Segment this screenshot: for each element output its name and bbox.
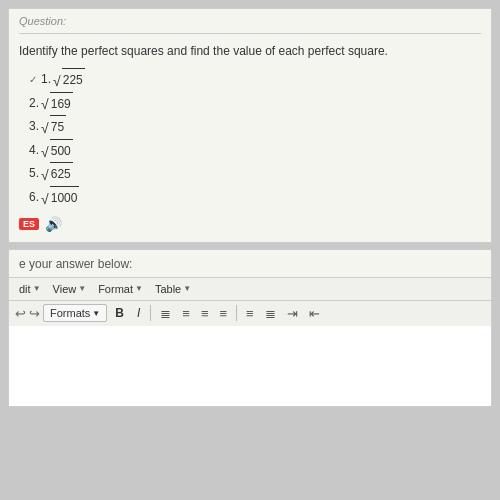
chevron-down-icon: ▼ bbox=[183, 284, 191, 293]
chevron-down-icon: ▼ bbox=[78, 284, 86, 293]
align-right-button[interactable]: ≡ bbox=[197, 304, 213, 323]
separator bbox=[150, 305, 151, 321]
sqrt-expr: √ 500 bbox=[41, 139, 73, 163]
math-list: ✓ 1. √ 225 2. √ 169 3. √ 75 bbox=[19, 68, 481, 210]
sqrt-symbol: √ bbox=[41, 192, 49, 206]
menu-item-table[interactable]: Table ▼ bbox=[151, 281, 195, 297]
sqrt-symbol: √ bbox=[41, 168, 49, 182]
sqrt-value: 500 bbox=[50, 139, 73, 163]
sqrt-symbol: √ bbox=[41, 121, 49, 135]
check-mark: ✓ bbox=[29, 71, 37, 89]
chevron-down-icon: ▼ bbox=[92, 309, 100, 318]
align-center-button[interactable]: ≡ bbox=[178, 304, 194, 323]
sqrt-expr: √ 1000 bbox=[41, 186, 79, 210]
italic-button[interactable]: I bbox=[132, 304, 145, 322]
list-item: 2. √ 169 bbox=[29, 92, 481, 116]
format-label: Format bbox=[98, 283, 133, 295]
question-divider bbox=[19, 33, 481, 34]
italic-label: I bbox=[137, 306, 140, 320]
item-number: 4. bbox=[29, 140, 39, 162]
list-item: 6. √ 1000 bbox=[29, 186, 481, 210]
editor-area[interactable] bbox=[9, 326, 491, 406]
bullet-list-icon: ≡ bbox=[246, 306, 254, 321]
sqrt-expr: √ 225 bbox=[53, 68, 85, 92]
chevron-down-icon: ▼ bbox=[135, 284, 143, 293]
justify-icon: ≡ bbox=[219, 306, 227, 321]
item-number: 6. bbox=[29, 187, 39, 209]
sqrt-symbol: √ bbox=[53, 74, 61, 88]
formats-label: Formats bbox=[50, 307, 90, 319]
question-panel: Question: Identify the perfect squares a… bbox=[8, 8, 492, 243]
sqrt-value: 625 bbox=[50, 162, 73, 186]
toolbar-container: dit ▼ View ▼ Format ▼ Table ▼ ↩ ↪ Format… bbox=[8, 278, 492, 407]
bullet-list-button[interactable]: ≡ bbox=[242, 304, 258, 323]
icon-row: ES 🔊 bbox=[19, 216, 481, 232]
table-label: Table bbox=[155, 283, 181, 295]
menu-item-edit[interactable]: dit ▼ bbox=[15, 281, 45, 297]
undo-icon[interactable]: ↩ bbox=[15, 306, 26, 321]
question-text: Identify the perfect squares and find th… bbox=[19, 42, 481, 60]
menu-item-format[interactable]: Format ▼ bbox=[94, 281, 147, 297]
ordered-list-icon: ≣ bbox=[265, 306, 276, 321]
page-container: Question: Identify the perfect squares a… bbox=[0, 0, 500, 500]
item-number: 5. bbox=[29, 163, 39, 185]
sqrt-expr: √ 169 bbox=[41, 92, 73, 116]
align-left-icon: ≣ bbox=[160, 306, 171, 321]
sqrt-value: 1000 bbox=[50, 186, 80, 210]
redo-icon[interactable]: ↪ bbox=[29, 306, 40, 321]
item-number: 1. bbox=[41, 69, 51, 91]
indent-icon: ⇥ bbox=[287, 306, 298, 321]
sqrt-value: 169 bbox=[50, 92, 73, 116]
sqrt-expr: √ 625 bbox=[41, 162, 73, 186]
bold-button[interactable]: B bbox=[110, 304, 129, 322]
speaker-icon[interactable]: 🔊 bbox=[45, 216, 62, 232]
sqrt-expr: √ 75 bbox=[41, 115, 66, 139]
bold-label: B bbox=[115, 306, 124, 320]
view-label: View bbox=[53, 283, 77, 295]
indent-button[interactable]: ⇥ bbox=[283, 304, 302, 323]
es-badge[interactable]: ES bbox=[19, 218, 39, 230]
menu-item-view[interactable]: View ▼ bbox=[49, 281, 91, 297]
item-number: 2. bbox=[29, 93, 39, 115]
answer-area: e your answer below: bbox=[8, 249, 492, 278]
answer-label: e your answer below: bbox=[19, 257, 132, 271]
align-right-icon: ≡ bbox=[201, 306, 209, 321]
sqrt-value: 75 bbox=[50, 115, 66, 139]
formats-button[interactable]: Formats ▼ bbox=[43, 304, 107, 322]
list-item: ✓ 1. √ 225 bbox=[29, 68, 481, 92]
list-item: 4. √ 500 bbox=[29, 139, 481, 163]
outdent-icon: ⇤ bbox=[309, 306, 320, 321]
sqrt-symbol: √ bbox=[41, 145, 49, 159]
chevron-down-icon: ▼ bbox=[33, 284, 41, 293]
edit-label: dit bbox=[19, 283, 31, 295]
separator bbox=[236, 305, 237, 321]
sqrt-symbol: √ bbox=[41, 97, 49, 111]
sqrt-value: 225 bbox=[62, 68, 85, 92]
formatting-bar: ↩ ↪ Formats ▼ B I ≣ ≡ ≡ ≡ bbox=[9, 301, 491, 326]
menu-bar: dit ▼ View ▼ Format ▼ Table ▼ bbox=[9, 278, 491, 301]
list-item: 5. √ 625 bbox=[29, 162, 481, 186]
item-number: 3. bbox=[29, 116, 39, 138]
justify-button[interactable]: ≡ bbox=[215, 304, 231, 323]
outdent-button[interactable]: ⇤ bbox=[305, 304, 324, 323]
question-label: Question: bbox=[19, 15, 481, 27]
align-left-button[interactable]: ≣ bbox=[156, 304, 175, 323]
list-item: 3. √ 75 bbox=[29, 115, 481, 139]
align-center-icon: ≡ bbox=[182, 306, 190, 321]
ordered-list-button[interactable]: ≣ bbox=[261, 304, 280, 323]
